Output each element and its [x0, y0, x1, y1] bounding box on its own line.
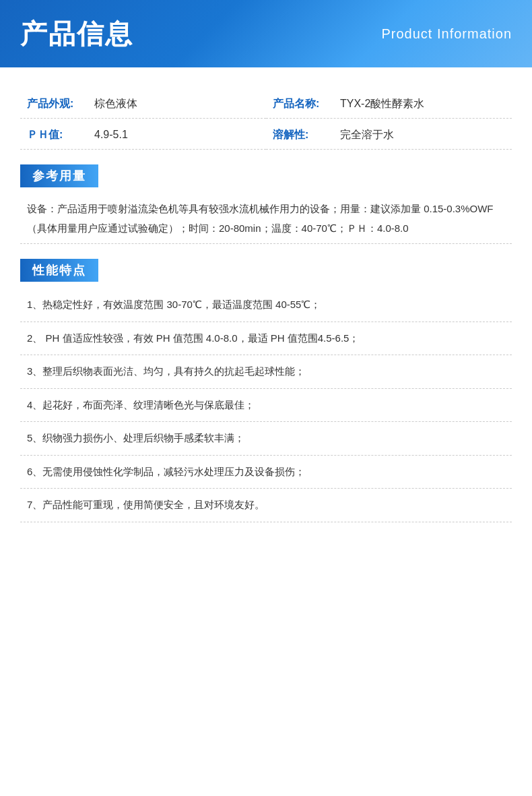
product-info-grid: 产品外观: 棕色液体 产品名称: TYX-2酸性酵素水 ＰＨ值: 4.9-5.1… — [20, 88, 512, 150]
reference-usage-section: 参考用量 设备：产品适用于喷射溢流染色机等具有较强水流机械作用力的设备；用量：建… — [20, 150, 512, 244]
feature-item: 2、 PH 值适应性较强，有效 PH 值范围 4.0-8.0，最适 PH 值范围… — [20, 322, 512, 356]
header-title-en: Product Information — [381, 26, 512, 42]
feature-item: 3、整理后织物表面光洁、均匀，具有持久的抗起毛起球性能； — [20, 355, 512, 389]
features-heading: 性能特点 — [20, 259, 98, 282]
feature-item: 6、无需使用侵蚀性化学制品，减轻污水处理压力及设备损伤； — [20, 456, 512, 489]
name-value: TYX-2酸性酵素水 — [340, 97, 424, 111]
solubility-row: 溶解性: 完全溶于水 — [266, 119, 512, 150]
appearance-label: 产品外观: — [27, 97, 88, 111]
features-section: 性能特点 1、热稳定性好，有效温度范围 30-70℃，最适温度范围 40-55℃… — [20, 244, 512, 522]
feature-item: 7、产品性能可重现，使用简便安全，且对环境友好。 — [20, 489, 512, 522]
features-list: 1、热稳定性好，有效温度范围 30-70℃，最适温度范围 40-55℃；2、 P… — [20, 288, 512, 522]
reference-usage-text: 设备：产品适用于喷射溢流染色机等具有较强水流机械作用力的设备；用量：建议添加量 … — [20, 194, 512, 244]
name-row: 产品名称: TYX-2酸性酵素水 — [266, 88, 512, 119]
ph-label: ＰＨ值: — [27, 128, 88, 142]
solubility-label: 溶解性: — [273, 128, 333, 142]
solubility-value: 完全溶于水 — [340, 128, 394, 142]
name-label: 产品名称: — [273, 97, 333, 111]
main-content: 产品外观: 棕色液体 产品名称: TYX-2酸性酵素水 ＰＨ值: 4.9-5.1… — [0, 67, 532, 543]
feature-item: 1、热稳定性好，有效温度范围 30-70℃，最适温度范围 40-55℃； — [20, 288, 512, 322]
page-header: 产品信息 Product Information — [0, 0, 532, 67]
appearance-value: 棕色液体 — [94, 97, 137, 111]
ph-value: 4.9-5.1 — [94, 129, 128, 141]
ph-row: ＰＨ值: 4.9-5.1 — [20, 119, 266, 150]
feature-item: 4、起花好，布面亮泽、纹理清晰色光与保底最佳； — [20, 389, 512, 423]
header-title-cn: 产品信息 — [20, 16, 133, 53]
reference-usage-heading: 参考用量 — [20, 164, 98, 187]
appearance-row: 产品外观: 棕色液体 — [20, 88, 266, 119]
feature-item: 5、织物强力损伤小、处理后织物手感柔软丰满； — [20, 422, 512, 456]
